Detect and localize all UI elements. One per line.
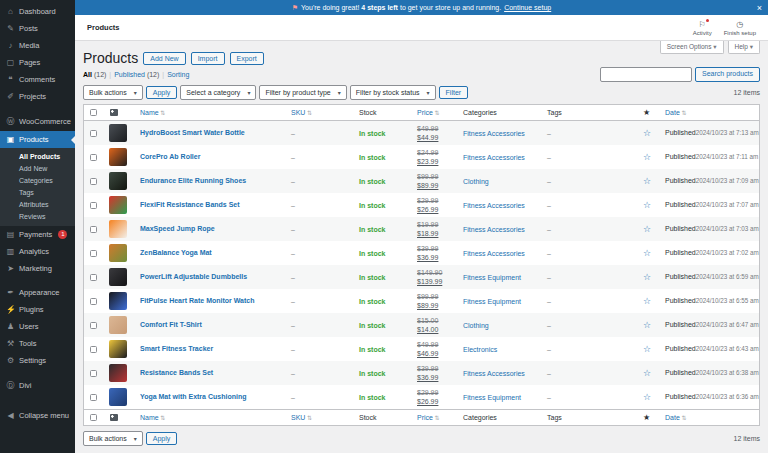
product-thumbnail[interactable] xyxy=(109,388,127,406)
product-thumbnail[interactable] xyxy=(109,340,127,358)
row-checkbox[interactable] xyxy=(90,394,97,401)
sidebar-item-payments[interactable]: ▤ Payments 1 xyxy=(0,226,75,243)
row-checkbox[interactable] xyxy=(90,130,97,137)
product-thumbnail[interactable] xyxy=(109,124,127,142)
sidebar-item-appearance[interactable]: ✒ Appearance xyxy=(0,284,75,301)
sidebar-item-comments[interactable]: ❝ Comments xyxy=(0,71,75,88)
product-name-link[interactable]: MaxSpeed Jump Rope xyxy=(140,225,291,233)
product-name-link[interactable]: Smart Fitness Tracker xyxy=(140,345,291,353)
product-thumbnail[interactable] xyxy=(109,364,127,382)
product-thumbnail[interactable] xyxy=(109,172,127,190)
product-name-link[interactable]: Resistance Bands Set xyxy=(140,369,291,377)
featured-star-toggle[interactable] xyxy=(643,177,665,186)
close-icon[interactable]: × xyxy=(757,0,762,15)
column-name[interactable]: Name xyxy=(140,414,291,421)
featured-star-toggle[interactable] xyxy=(643,129,665,138)
product-thumbnail[interactable] xyxy=(109,196,127,214)
featured-star-toggle[interactable] xyxy=(643,225,665,234)
row-checkbox[interactable] xyxy=(90,250,97,257)
product-thumbnail[interactable] xyxy=(109,220,127,238)
sidebar-item-posts[interactable]: ✎ Posts xyxy=(0,20,75,37)
search-input[interactable] xyxy=(600,67,692,82)
category-link[interactable]: Fitness Equipment xyxy=(463,298,547,305)
export-button[interactable]: Export xyxy=(230,52,264,65)
submenu-item-add-new[interactable]: Add New xyxy=(0,162,75,174)
product-thumbnail[interactable] xyxy=(109,316,127,334)
select-all-checkbox[interactable] xyxy=(90,109,97,116)
row-checkbox[interactable] xyxy=(90,274,97,281)
featured-star-toggle[interactable] xyxy=(643,369,665,378)
product-name-link[interactable]: Yoga Mat with Extra Cushioning xyxy=(140,393,291,401)
category-link[interactable]: Fitness Accessories xyxy=(463,226,547,233)
category-link[interactable]: Electronics xyxy=(463,346,547,353)
category-link[interactable]: Clothing xyxy=(463,322,547,329)
column-price[interactable]: Price xyxy=(417,414,463,421)
sidebar-item-collapse-menu[interactable]: ◀ Collapse menu xyxy=(0,407,75,424)
featured-star-toggle[interactable] xyxy=(643,273,665,282)
sidebar-item-tools[interactable]: ⚒ Tools xyxy=(0,335,75,352)
select-all-checkbox[interactable] xyxy=(90,414,97,421)
featured-star-toggle[interactable] xyxy=(643,297,665,306)
product-name-link[interactable]: Endurance Elite Running Shoes xyxy=(140,177,291,185)
product-name-link[interactable]: FitPulse Heart Rate Monitor Watch xyxy=(140,297,291,305)
filter-button[interactable]: Filter xyxy=(439,86,469,99)
sidebar-item-marketing[interactable]: ➤ Marketing xyxy=(0,260,75,277)
sidebar-item-analytics[interactable]: ▥ Analytics xyxy=(0,243,75,260)
search-products-button[interactable]: Search products xyxy=(695,67,760,82)
submenu-item-attributes[interactable]: Attributes xyxy=(0,198,75,210)
category-link[interactable]: Fitness Accessories xyxy=(463,370,547,377)
sidebar-item-plugins[interactable]: ⚡ Plugins xyxy=(0,301,75,318)
finish-setup-button[interactable]: Finish setup xyxy=(724,20,756,36)
sidebar-item-users[interactable]: ♟ Users xyxy=(0,318,75,335)
sidebar-item-divi[interactable]: Ⓓ Divi xyxy=(0,376,75,395)
help-button[interactable]: Help xyxy=(728,41,760,54)
category-link[interactable]: Fitness Accessories xyxy=(463,202,547,209)
column-date[interactable]: Date xyxy=(665,109,759,116)
product-thumbnail[interactable] xyxy=(109,292,127,310)
sidebar-item-woocommerce[interactable]: Ⓦ WooCommerce xyxy=(0,112,75,131)
product-name-link[interactable]: PowerLift Adjustable Dumbbells xyxy=(140,273,291,281)
product-name-link[interactable]: FlexiFit Resistance Bands Set xyxy=(140,201,291,209)
submenu-item-all-products[interactable]: All Products xyxy=(0,150,75,162)
view-published[interactable]: Published (12) xyxy=(114,71,159,78)
category-filter-select[interactable]: Select a category xyxy=(180,85,256,100)
submenu-item-categories[interactable]: Categories xyxy=(0,174,75,186)
category-link[interactable]: Fitness Accessories xyxy=(463,154,547,161)
continue-setup-link[interactable]: Continue setup xyxy=(504,4,551,11)
product-type-filter-select[interactable]: Filter by product type xyxy=(259,85,346,100)
featured-star-toggle[interactable] xyxy=(643,201,665,210)
sidebar-item-media[interactable]: ♪ Media xyxy=(0,37,75,54)
sidebar-item-pages[interactable]: ▢ Pages xyxy=(0,54,75,71)
category-link[interactable]: Fitness Accessories xyxy=(463,130,547,137)
row-checkbox[interactable] xyxy=(90,226,97,233)
row-checkbox[interactable] xyxy=(90,322,97,329)
featured-star-toggle[interactable] xyxy=(643,321,665,330)
product-name-link[interactable]: CorePro Ab Roller xyxy=(140,153,291,161)
category-link[interactable]: Fitness Equipment xyxy=(463,394,547,401)
row-checkbox[interactable] xyxy=(90,370,97,377)
column-name[interactable]: Name xyxy=(140,109,291,116)
product-name-link[interactable]: ZenBalance Yoga Mat xyxy=(140,249,291,257)
row-checkbox[interactable] xyxy=(90,202,97,209)
column-sku[interactable]: SKU xyxy=(291,414,359,421)
category-link[interactable]: Clothing xyxy=(463,178,547,185)
submenu-item-reviews[interactable]: Reviews xyxy=(0,210,75,222)
product-thumbnail[interactable] xyxy=(109,268,127,286)
column-date[interactable]: Date xyxy=(665,414,759,421)
add-new-button[interactable]: Add New xyxy=(143,52,185,65)
sidebar-item-settings[interactable]: ⚙ Settings xyxy=(0,352,75,369)
featured-star-toggle[interactable] xyxy=(643,345,665,354)
sidebar-item-dashboard[interactable]: ⌂ Dashboard xyxy=(0,3,75,20)
screen-options-button[interactable]: Screen Options xyxy=(660,41,724,54)
row-checkbox[interactable] xyxy=(90,178,97,185)
view-all[interactable]: All (12) xyxy=(83,71,106,78)
bulk-actions-select[interactable]: Bulk actions xyxy=(83,431,143,446)
category-link[interactable]: Fitness Equipment xyxy=(463,274,547,281)
apply-button[interactable]: Apply xyxy=(146,432,178,445)
column-price[interactable]: Price xyxy=(417,109,463,116)
import-button[interactable]: Import xyxy=(191,52,225,65)
sidebar-item-products[interactable]: ▣ Products xyxy=(0,131,75,148)
sidebar-item-projects[interactable]: ✐ Projects xyxy=(0,88,75,105)
featured-star-toggle[interactable] xyxy=(643,153,665,162)
product-name-link[interactable]: Comfort Fit T-Shirt xyxy=(140,321,291,329)
